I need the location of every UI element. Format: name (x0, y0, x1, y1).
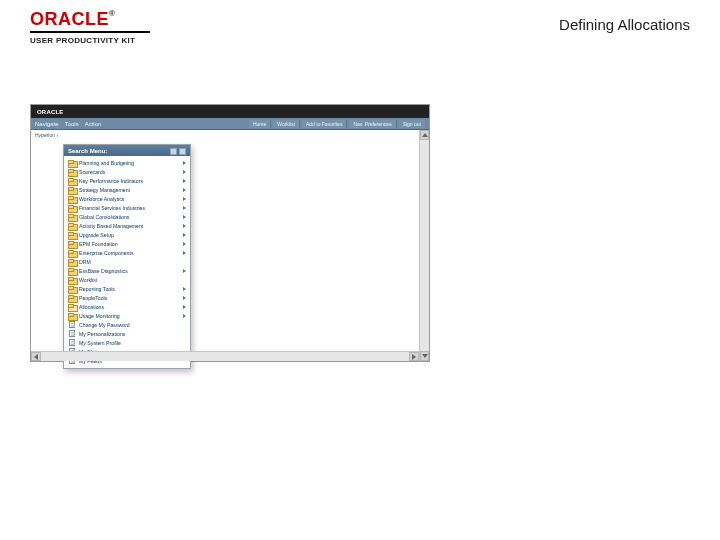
menu-item[interactable]: Workforce Analytics (66, 194, 188, 203)
panel-control-icon[interactable] (170, 148, 177, 155)
nav-tools[interactable]: Tools (65, 121, 79, 127)
folder-icon (68, 196, 76, 202)
nav-navigate[interactable]: Navigate (35, 121, 59, 127)
folder-icon (68, 241, 76, 247)
app-window: ORACLE Navigate Tools Action Home Workli… (30, 104, 430, 362)
submenu-caret-icon (183, 269, 186, 273)
menu-item-label: Upgrade Setup (79, 232, 180, 238)
menu-item[interactable]: Financial Services Industries (66, 203, 188, 212)
menu-item[interactable]: PeopleTools (66, 293, 188, 302)
nav-preferences[interactable]: Nav. Preferences (349, 120, 396, 128)
menu-item-label: Change My Password (79, 322, 186, 328)
folder-icon (68, 250, 76, 256)
menu-item[interactable]: Global Consolidations (66, 212, 188, 221)
document-icon (69, 330, 75, 337)
menu-item-label: Global Consolidations (79, 214, 180, 220)
menu-item[interactable]: Reporting Tools (66, 284, 188, 293)
menu-item-label: Workforce Analytics (79, 196, 180, 202)
app-body: Hyperion › Search Menu: Planning and Bud… (31, 130, 429, 361)
menu-item[interactable]: Usage Monitoring (66, 311, 188, 320)
menu-item[interactable]: Enterprise Components (66, 248, 188, 257)
document-icon (69, 321, 75, 328)
menu-item-label: Financial Services Industries (79, 205, 180, 211)
oracle-logo-text: ORACLE (30, 9, 109, 29)
menu-item-label: Strategy Management (79, 187, 180, 193)
nav-left: Navigate Tools Action (35, 121, 101, 127)
submenu-caret-icon (183, 305, 186, 309)
menu-item-label: Scorecards (79, 169, 180, 175)
menu-item-label: My Personalizations (79, 331, 186, 337)
menu-item[interactable]: EPM Foundation (66, 239, 188, 248)
nav-signout[interactable]: Sign out (399, 120, 425, 128)
menu-item-label: Usage Monitoring (79, 313, 180, 319)
submenu-caret-icon (183, 170, 186, 174)
nav-right: Home Worklist Add to Favorites Nav. Pref… (249, 120, 425, 128)
folder-icon (68, 205, 76, 211)
panel-control-icon[interactable] (179, 148, 186, 155)
menu-item[interactable]: Change My Password (66, 320, 188, 329)
menu-item-label: PeopleTools (79, 295, 180, 301)
scrollbar-vertical[interactable] (419, 130, 429, 361)
folder-icon (68, 295, 76, 301)
menu-item-label: EPM Foundation (79, 241, 180, 247)
menu-item-label: Reporting Tools (79, 286, 180, 292)
menu-item[interactable]: Allocations (66, 302, 188, 311)
scrollbar-horizontal[interactable] (31, 351, 419, 361)
folder-icon (68, 304, 76, 310)
search-menu-panel: Search Menu: Planning and BudgetingScore… (63, 144, 191, 369)
menu-item[interactable]: Strategy Management (66, 185, 188, 194)
menu-item[interactable]: Activity Based Management (66, 221, 188, 230)
upk-subtitle: USER PRODUCTIVITY KIT (30, 36, 150, 45)
scroll-up-button[interactable] (420, 130, 429, 140)
menu-item[interactable]: EssBase Diagnostics (66, 266, 188, 275)
folder-icon (68, 187, 76, 193)
folder-icon (68, 259, 76, 265)
menu-item-label: DRM (79, 259, 186, 265)
folder-icon (68, 160, 76, 166)
folder-icon (68, 277, 76, 283)
document-icon (69, 339, 75, 346)
submenu-caret-icon (183, 314, 186, 318)
submenu-caret-icon (183, 242, 186, 246)
menu-item[interactable]: DRM (66, 257, 188, 266)
submenu-caret-icon (183, 233, 186, 237)
folder-icon (68, 286, 76, 292)
chevron-left-icon (34, 354, 38, 360)
menu-item[interactable]: My System Profile (66, 338, 188, 347)
menu-item-label: Allocations (79, 304, 180, 310)
scroll-right-button[interactable] (409, 352, 419, 361)
search-menu-title: Search Menu: (64, 145, 190, 156)
menu-item-label: Activity Based Management (79, 223, 180, 229)
nav-action[interactable]: Action (85, 121, 102, 127)
nav-worklist[interactable]: Worklist (273, 120, 300, 128)
search-menu-title-text: Search Menu: (68, 148, 107, 154)
folder-icon (68, 223, 76, 229)
menu-item[interactable]: Planning and Budgeting (66, 158, 188, 167)
folder-icon (68, 313, 76, 319)
submenu-caret-icon (183, 161, 186, 165)
submenu-caret-icon (183, 197, 186, 201)
folder-icon (68, 232, 76, 238)
menu-item[interactable]: Worklist (66, 275, 188, 284)
panel-controls (170, 148, 186, 155)
menu-item[interactable]: My Personalizations (66, 329, 188, 338)
submenu-caret-icon (183, 251, 186, 255)
scroll-left-button[interactable] (31, 352, 41, 361)
upk-header: ORACLE® USER PRODUCTIVITY KIT Defining A… (0, 0, 720, 49)
menu-item[interactable]: Upgrade Setup (66, 230, 188, 239)
oracle-logo-block: ORACLE® USER PRODUCTIVITY KIT (30, 10, 150, 45)
folder-icon (68, 214, 76, 220)
menu-item-label: EssBase Diagnostics (79, 268, 180, 274)
nav-home[interactable]: Home (249, 120, 271, 128)
menu-item[interactable]: Scorecards (66, 167, 188, 176)
nav-add-favorites[interactable]: Add to Favorites (302, 120, 347, 128)
oracle-logo: ORACLE® (30, 10, 150, 28)
logo-underline (30, 31, 150, 33)
breadcrumb[interactable]: Hyperion › (35, 132, 58, 138)
scroll-down-button[interactable] (420, 351, 429, 361)
submenu-caret-icon (183, 179, 186, 183)
folder-icon (68, 169, 76, 175)
menu-item[interactable]: Key Performance Indicators (66, 176, 188, 185)
menu-items: Planning and BudgetingScorecardsKey Perf… (64, 156, 190, 368)
folder-icon (68, 178, 76, 184)
